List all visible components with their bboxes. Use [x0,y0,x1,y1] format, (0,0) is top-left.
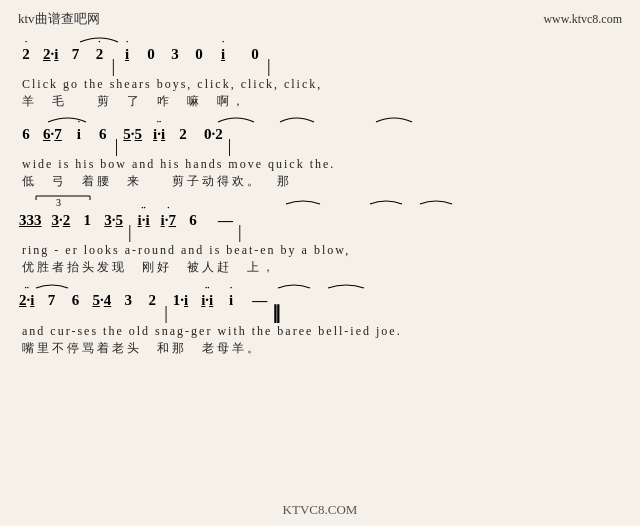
note-idoti: ·· i·i [152,126,166,143]
lyrics-cn-4: 嘴里不停骂着老头 和那 老母羊。 [18,340,622,357]
lyrics-en-1: Click go the shears boys, click, click, … [18,77,622,92]
note-3: 3 [168,46,182,63]
lyrics-en-2: wide is his bow and his hands move quick… [18,157,622,172]
note-i2: · i [216,46,230,63]
bar-line-3a: | [128,212,132,243]
notes-4: ·· 2·i 7 6 5·4 3 [18,280,622,324]
note-6b: 6 [96,126,110,143]
note-2c: 2 [145,292,159,309]
note-1doti: 1·i [173,292,188,309]
lyrics-cn-1: 羊 毛 剪 了 咋 嘛 啊， [18,93,622,110]
page: ktv曲谱查吧网 www.ktvc8.com · 2 2·i 7 [0,0,640,526]
note-2b: 2 [176,126,190,143]
notation-row-3: 3 333 3·2 1 [18,194,622,243]
top-left-logo: ktv曲谱查吧网 [18,10,100,28]
notes-1: · 2 2·i 7 · 2 | · i [18,34,622,77]
note-2aug: 2·i [43,46,58,63]
lyrics-en-3: ring - er looks a-round and is beat-en b… [18,243,622,258]
note-5dot5: 5·5 [123,126,142,143]
bar-line-1: | [111,46,115,77]
note-0dot2: 0·2 [204,126,223,143]
note-i3: · i [72,126,86,143]
notes-3: 333 3·2 1 3·5 | ·· i·i [18,194,622,243]
note-2-dot: · 2 [19,46,33,63]
section-1: · 2 2·i 7 · 2 | · i [18,34,622,110]
note-0c: 0 [248,46,262,63]
note-2dot2: · 2 [92,46,106,63]
section-4: ·· 2·i 7 6 5·4 3 [18,280,622,357]
bar-line-4a: | [164,293,168,324]
note-6c: 6 [186,212,200,229]
footer-bar: KTVC8.COM [0,502,640,518]
note-dash1: — [218,212,233,229]
lyrics-en-4: and cur-ses the old snag-ger with the ba… [18,324,622,339]
note-7: 7 [68,46,82,63]
section-2: 6 6·7 · i 6 | 5·5 [18,114,622,190]
note-i4: · i [224,292,238,309]
lyrics-cn-3: 优胜者抬头发现 刚好 被人赶 上， [18,259,622,276]
note-3dot5: 3·5 [104,212,123,229]
note-333: 333 [19,212,42,229]
notation-row-2: 6 6·7 · i 6 | 5·5 [18,114,622,157]
note-6dot7: 6·7 [43,126,62,143]
notes-2: 6 6·7 · i 6 | 5·5 [18,114,622,157]
note-5dot4: 5·4 [92,292,111,309]
bar-line-3b: | [238,212,242,243]
note-7b: 7 [44,292,58,309]
bar-line-2a: | [115,126,119,157]
bar-line-1b: | [267,46,271,77]
note-3b: 3 [121,292,135,309]
note-2doti: ·· 2·i [19,292,34,309]
top-right-url: www.ktvc8.com [543,12,622,27]
note-idoti3: ·· i·i [200,292,214,309]
note-1: 1 [80,212,94,229]
section-3: 3 333 3·2 1 [18,194,622,276]
note-0a: 0 [144,46,158,63]
note-i1: · i [120,46,134,63]
note-dash2: — [252,292,267,309]
bar-line-4b: ‖ [272,292,281,324]
bar-line-2b: | [228,126,232,157]
lyrics-cn-2: 低 弓 着腰 来 剪子动得欢。 那 [18,173,622,190]
note-6a: 6 [19,126,33,143]
note-idot7: · i·7 [161,212,176,229]
note-6d: 6 [68,292,82,309]
notation-row-1: · 2 2·i 7 · 2 | · i [18,34,622,77]
note-3dot2: 3·2 [52,212,71,229]
notation-row-4: ·· 2·i 7 6 5·4 3 [18,280,622,324]
note-idoti2: ·· i·i [137,212,151,229]
note-0b: 0 [192,46,206,63]
footer-url: KTVC8.COM [283,502,358,518]
top-bar: ktv曲谱查吧网 www.ktvc8.com [18,10,622,28]
